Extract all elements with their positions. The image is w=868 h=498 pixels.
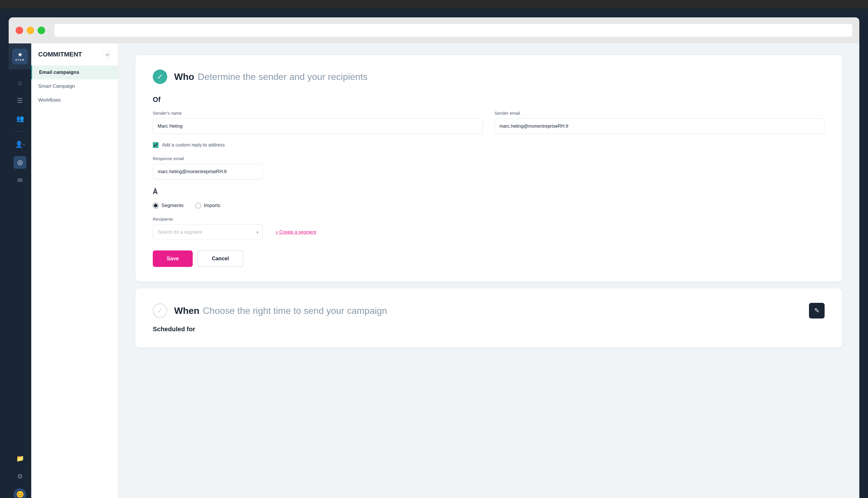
sender-name-group: Sender's name	[153, 110, 483, 134]
star-badge: ★ STAR	[12, 49, 28, 64]
sidebar-menu: COMMITMENT ◁ Email campaigns Smart Campa…	[31, 43, 118, 498]
nav-icon-add[interactable]: 👤+	[14, 138, 26, 151]
nav-icon-home[interactable]: ⌂	[14, 76, 26, 89]
radio-segments-wrapper: Segments	[153, 203, 184, 208]
collapse-icon: ◁	[105, 52, 109, 57]
sidebar-item-smart-campaign[interactable]: Smart Campaign	[31, 79, 118, 93]
action-buttons: Save Cancel	[153, 250, 825, 267]
segment-search-input[interactable]: Search for a segment	[153, 224, 263, 240]
icon-rail: ★ STAR ⌂ ☰ 👥 👤+ ◎ ✉ 📁 ⚙ 😊	[9, 43, 31, 498]
browser-dot-red[interactable]	[16, 27, 23, 34]
nav-icon-contacts[interactable]: 👥	[14, 112, 26, 125]
who-check-icon: ✓	[153, 69, 167, 84]
address-bar[interactable]	[54, 24, 852, 37]
nav-icons-bottom: 📁 ⚙ 😊	[14, 452, 26, 498]
who-section-card: ✓ Who Determine the sender and your reci…	[135, 55, 842, 281]
custom-reply-checkbox[interactable]	[153, 142, 159, 148]
browser-chrome	[9, 17, 859, 43]
nav-icon-list[interactable]: ☰	[14, 94, 26, 107]
response-email-input[interactable]	[153, 164, 263, 180]
browser-dot-green[interactable]	[38, 27, 45, 34]
response-email-label: Response email	[153, 156, 263, 161]
browser-dot-yellow[interactable]	[27, 27, 34, 34]
save-button[interactable]: Save	[153, 250, 193, 267]
star-label: STAR	[15, 58, 25, 61]
when-check-icon: ✓	[153, 303, 167, 318]
when-header: ✓ When Choose the right time to send you…	[153, 303, 825, 318]
sender-row: Sender's name Sender email	[153, 110, 825, 142]
nav-divider	[14, 131, 26, 132]
radio-segments-label: Segments	[161, 203, 184, 208]
radio-imports-wrapper: Imports	[195, 203, 220, 208]
nav-icon-email[interactable]: ✉	[14, 174, 26, 187]
nav-icon-settings[interactable]: ⚙	[14, 470, 26, 483]
scheduled-for-label: Scheduled for	[153, 325, 825, 333]
sender-email-label: Sender email	[494, 110, 825, 116]
edit-icon: ✎	[814, 307, 819, 314]
brand-section: ★ STAR	[9, 43, 31, 69]
of-label: Of	[153, 95, 825, 104]
radio-segments[interactable]	[153, 203, 159, 208]
who-section-header: ✓ Who Determine the sender and your reci…	[153, 69, 825, 84]
to-label: À	[153, 188, 825, 196]
custom-reply-label: Add a custom reply-to address	[162, 142, 225, 148]
sidebar-title: COMMITMENT ◁	[31, 50, 118, 65]
star-icon: ★	[18, 52, 23, 58]
when-title-light: Choose the right time to send your campa…	[203, 305, 387, 316]
recipients-row: Search for a segment ▾ + Create a segmen…	[153, 224, 825, 240]
when-edit-button[interactable]: ✎	[809, 303, 825, 318]
nav-icons: ⌂ ☰ 👥 👤+ ◎ ✉	[14, 69, 26, 452]
app-container: ★ STAR ⌂ ☰ 👥 👤+ ◎ ✉ 📁 ⚙ 😊 COMMITMENT ◁	[9, 43, 859, 498]
sender-name-input[interactable]	[153, 118, 483, 134]
recipient-type-group: Segments Imports	[153, 203, 825, 208]
when-check-mark: ✓	[157, 306, 163, 315]
who-title-bold: Who	[174, 71, 194, 82]
sender-name-label: Sender's name	[153, 110, 483, 116]
create-segment-link[interactable]: + Create a segment	[275, 230, 316, 235]
nav-icon-files[interactable]: 📁	[14, 452, 26, 465]
check-mark: ✓	[157, 73, 163, 81]
cancel-button[interactable]: Cancel	[197, 250, 243, 267]
when-section-card: ✓ When Choose the right time to send you…	[135, 288, 842, 348]
sender-email-group: Sender email	[494, 110, 825, 134]
when-section-header: ✓ When Choose the right time to send you…	[153, 303, 387, 318]
when-title-bold: When	[174, 305, 199, 316]
sidebar-item-workflows[interactable]: Workflows	[31, 93, 118, 107]
nav-icon-profile[interactable]: 😊	[14, 488, 26, 498]
radio-imports-label: Imports	[204, 203, 220, 208]
sender-email-input[interactable]	[494, 118, 825, 134]
recipients-label: Recipients	[153, 217, 825, 222]
custom-reply-wrapper: Add a custom reply-to address	[153, 142, 825, 148]
who-title-light: Determine the sender and your recipients	[198, 71, 367, 82]
sidebar-collapse-button[interactable]: ◁	[103, 50, 111, 58]
nav-icon-campaigns[interactable]: ◎	[14, 156, 26, 169]
when-title: When Choose the right time to send your …	[174, 305, 387, 316]
recipients-group: Recipients Search for a segment ▾ + Crea…	[153, 217, 825, 240]
sidebar-item-email-campaigns[interactable]: Email campaigns	[31, 65, 118, 79]
radio-imports[interactable]	[195, 203, 201, 208]
response-email-group: Response email	[153, 156, 263, 180]
search-placeholder-text: Search for a segment	[158, 230, 202, 235]
segment-dropdown-wrapper: Search for a segment ▾	[153, 224, 263, 240]
sidebar-title-text: COMMITMENT	[38, 51, 82, 58]
who-title: Who Determine the sender and your recipi…	[174, 71, 367, 82]
main-content: ✓ Who Determine the sender and your reci…	[118, 43, 859, 498]
